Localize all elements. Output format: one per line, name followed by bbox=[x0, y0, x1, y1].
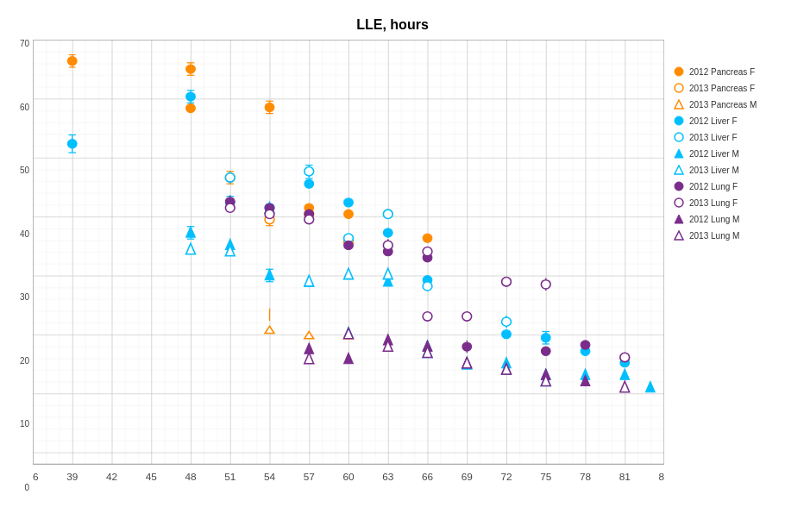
svg-text:51: 51 bbox=[224, 472, 236, 482]
svg-point-37 bbox=[423, 234, 432, 242]
svg-point-58 bbox=[67, 140, 77, 148]
legend-item-2013-pancreas-m: 2013 Pancreas M bbox=[673, 98, 776, 110]
svg-text:54: 54 bbox=[264, 472, 276, 482]
svg-point-139 bbox=[462, 312, 472, 321]
svg-point-67 bbox=[305, 179, 314, 188]
legend-label-2013-lung-f: 2013 Lung F bbox=[689, 198, 738, 208]
svg-text:78: 78 bbox=[580, 472, 591, 482]
svg-marker-171 bbox=[675, 231, 683, 240]
svg-point-123 bbox=[344, 241, 354, 249]
legend-item-2013-lung-f: 2013 Lung F bbox=[673, 197, 776, 209]
svg-marker-163 bbox=[675, 100, 683, 109]
legend-marker-2013-lung-f bbox=[673, 197, 685, 209]
svg-point-161 bbox=[675, 67, 683, 76]
svg-point-71 bbox=[502, 329, 512, 338]
svg-text:81: 81 bbox=[619, 472, 631, 482]
svg-text:72: 72 bbox=[500, 472, 512, 482]
svg-point-35 bbox=[344, 210, 354, 218]
legend-item-2013-lung-m: 2013 Lung M bbox=[673, 229, 776, 241]
svg-point-29 bbox=[186, 103, 196, 112]
legend-item-2012-lung-f: 2012 Lung F bbox=[673, 180, 776, 192]
svg-point-134 bbox=[305, 215, 314, 223]
svg-text:57: 57 bbox=[304, 472, 315, 482]
chart-title: LLE, hours bbox=[9, 17, 776, 33]
legend-marker-2013-lung-m bbox=[673, 229, 685, 241]
y-axis-labels: 70 60 50 40 30 20 10 0 bbox=[9, 40, 33, 511]
legend-marker-2012-liver-f bbox=[673, 115, 685, 127]
legend-marker-2012-pancreas-f bbox=[673, 66, 685, 78]
legend-marker-2012-liver-m bbox=[673, 147, 685, 160]
svg-point-62 bbox=[186, 92, 196, 101]
legend-label-2013-pancreas-m: 2013 Pancreas M bbox=[689, 100, 757, 110]
svg-text:66: 66 bbox=[422, 472, 433, 482]
legend-label-2012-lung-f: 2012 Lung F bbox=[689, 182, 738, 191]
svg-point-68 bbox=[344, 198, 354, 207]
legend-marker-2013-pancreas-f bbox=[673, 82, 685, 94]
svg-text:60: 60 bbox=[342, 472, 354, 482]
legend-marker-2013-pancreas-m bbox=[673, 98, 685, 110]
plot-and-legend: 36 39 42 45 48 51 54 57 60 63 66 69 72 7… bbox=[33, 40, 776, 511]
svg-point-24 bbox=[67, 57, 77, 66]
legend-label-2012-liver-m: 2012 Liver M bbox=[689, 149, 739, 159]
legend-marker-2012-lung-f bbox=[673, 180, 685, 192]
legend-label-2012-liver-f: 2012 Liver F bbox=[689, 116, 738, 126]
svg-point-87 bbox=[423, 282, 432, 291]
svg-point-164 bbox=[675, 116, 683, 125]
legend-marker-2012-lung-m bbox=[673, 213, 685, 225]
y-label-70: 70 bbox=[9, 40, 29, 48]
chart-area: 70 60 50 40 30 20 10 0 bbox=[9, 40, 776, 511]
legend-label-2012-lung-m: 2012 Lung M bbox=[689, 215, 739, 224]
svg-text:36: 36 bbox=[33, 472, 39, 482]
chart-container: LLE, hours 70 60 50 40 30 20 10 0 bbox=[0, 0, 785, 532]
svg-text:69: 69 bbox=[462, 472, 473, 482]
svg-point-169 bbox=[675, 198, 683, 207]
y-label-0: 0 bbox=[9, 484, 29, 492]
svg-point-130 bbox=[581, 341, 590, 349]
svg-point-162 bbox=[675, 84, 683, 92]
legend: 2012 Pancreas F 2013 Pancreas F 2013 Pan… bbox=[664, 40, 776, 511]
legend-label-2013-lung-m: 2013 Lung M bbox=[689, 231, 739, 241]
svg-point-138 bbox=[423, 312, 432, 321]
svg-point-137 bbox=[423, 247, 432, 255]
legend-item-2012-liver-f: 2012 Liver F bbox=[673, 115, 776, 127]
svg-point-142 bbox=[541, 280, 550, 289]
svg-rect-2 bbox=[33, 40, 664, 464]
svg-point-168 bbox=[675, 182, 683, 191]
svg-point-89 bbox=[502, 317, 512, 326]
svg-point-84 bbox=[305, 167, 314, 176]
svg-point-165 bbox=[675, 133, 683, 141]
svg-point-132 bbox=[225, 203, 235, 212]
svg-point-33 bbox=[265, 103, 274, 111]
svg-text:45: 45 bbox=[146, 472, 157, 482]
svg-point-129 bbox=[541, 347, 550, 355]
legend-item-2012-lung-m: 2012 Lung M bbox=[673, 213, 776, 225]
legend-item-2012-pancreas-f: 2012 Pancreas F bbox=[673, 66, 776, 78]
legend-label-2012-pancreas-f: 2012 Pancreas F bbox=[689, 67, 755, 77]
legend-marker-2013-liver-f bbox=[673, 131, 685, 143]
svg-point-86 bbox=[383, 210, 392, 218]
svg-point-75 bbox=[541, 334, 550, 342]
legend-label-2013-liver-m: 2013 Liver M bbox=[689, 166, 739, 175]
svg-marker-166 bbox=[675, 149, 683, 158]
legend-label-2013-liver-f: 2013 Liver F bbox=[689, 133, 738, 142]
svg-point-127 bbox=[462, 342, 472, 351]
svg-point-140 bbox=[502, 278, 512, 286]
legend-item-2013-pancreas-f: 2013 Pancreas F bbox=[673, 82, 776, 94]
legend-item-2013-liver-m: 2013 Liver M bbox=[673, 164, 776, 176]
y-label-60: 60 bbox=[9, 103, 29, 112]
svg-text:42: 42 bbox=[106, 472, 117, 482]
y-label-20: 20 bbox=[9, 357, 29, 366]
legend-marker-2013-liver-m bbox=[673, 164, 685, 176]
legend-item-2012-liver-m: 2012 Liver M bbox=[673, 147, 776, 160]
plot-wrapper: 36 39 42 45 48 51 54 57 60 63 66 69 72 7… bbox=[33, 40, 664, 511]
y-label-10: 10 bbox=[9, 420, 29, 429]
svg-point-133 bbox=[265, 210, 274, 218]
svg-marker-170 bbox=[675, 215, 683, 223]
svg-text:75: 75 bbox=[540, 472, 551, 482]
svg-text:48: 48 bbox=[185, 472, 196, 482]
svg-marker-167 bbox=[675, 166, 683, 174]
svg-point-136 bbox=[383, 241, 392, 249]
legend-item-2013-liver-f: 2013 Liver F bbox=[673, 131, 776, 143]
y-label-40: 40 bbox=[9, 230, 29, 239]
svg-text:84: 84 bbox=[658, 472, 664, 482]
